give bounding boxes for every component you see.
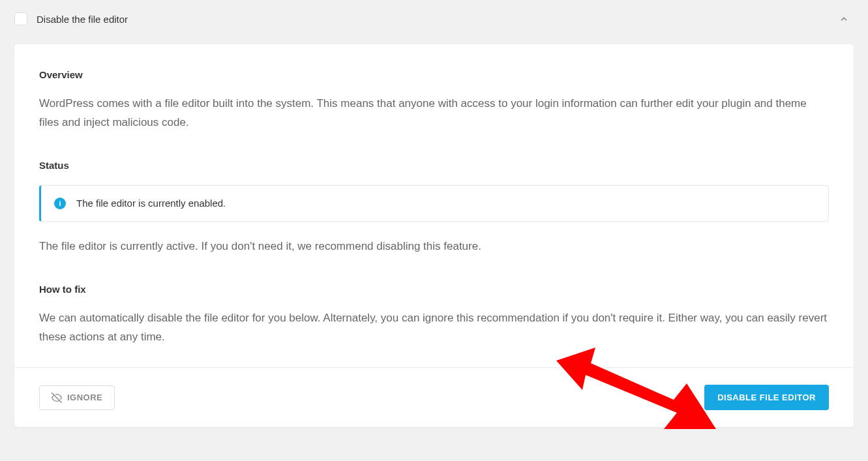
overview-heading: Overview — [39, 69, 829, 80]
ignore-button[interactable]: IGNORE — [39, 385, 115, 410]
panel-footer: IGNORE DISABLE FILE EDITOR — [14, 367, 854, 427]
disable-file-editor-button-label: DISABLE FILE EDITOR — [717, 393, 816, 402]
status-notice-text: The file editor is currently enabled. — [76, 198, 226, 209]
accordion-title: Disable the file editor — [37, 14, 128, 25]
accordion-header-left: Disable the file editor — [14, 12, 128, 25]
disable-file-editor-button[interactable]: DISABLE FILE EDITOR — [704, 385, 829, 410]
status-notice: i The file editor is currently enabled. — [39, 185, 829, 222]
panel: Overview WordPress comes with a file edi… — [14, 44, 854, 427]
status-description: The file editor is currently active. If … — [39, 237, 829, 256]
ignore-button-label: IGNORE — [67, 393, 102, 402]
chevron-up-icon[interactable] — [834, 9, 854, 29]
eye-off-icon — [52, 393, 62, 403]
status-heading: Status — [39, 160, 829, 171]
accordion-header[interactable]: Disable the file editor — [0, 0, 868, 38]
howtofix-text: We can automatically disable the file ed… — [39, 309, 829, 347]
accordion-checkbox[interactable] — [14, 12, 27, 25]
info-icon: i — [54, 198, 66, 209]
settings-container: Disable the file editor Overview WordPre… — [0, 0, 868, 427]
howtofix-heading: How to fix — [39, 284, 829, 295]
panel-body: Overview WordPress comes with a file edi… — [14, 44, 854, 367]
overview-text: WordPress comes with a file editor built… — [39, 95, 829, 132]
